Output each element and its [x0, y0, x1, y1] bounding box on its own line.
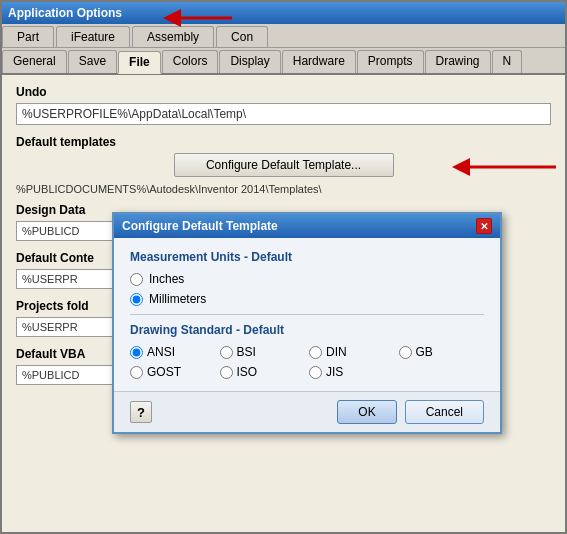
tab-n[interactable]: N [492, 50, 523, 73]
ansi-radio[interactable] [130, 346, 143, 359]
inches-label[interactable]: Inches [149, 272, 184, 286]
standards-grid: ANSI BSI DIN GB GOST [130, 345, 484, 379]
tab-ifeature[interactable]: iFeature [56, 26, 130, 47]
gb-cell: GB [399, 345, 485, 359]
tab-general[interactable]: General [2, 50, 67, 73]
iso-label[interactable]: ISO [237, 365, 258, 379]
tab-hardware[interactable]: Hardware [282, 50, 356, 73]
gost-label[interactable]: GOST [147, 365, 181, 379]
dialog-title: Configure Default Template [122, 219, 278, 233]
ok-button[interactable]: OK [337, 400, 396, 424]
millimeters-row: Millimeters [130, 292, 484, 306]
gb-label[interactable]: GB [416, 345, 433, 359]
tab-assembly[interactable]: Assembly [132, 26, 214, 47]
app-window: Application Options Part iFeature Assemb… [0, 0, 567, 534]
configure-dialog: Configure Default Template ✕ Measurement… [112, 212, 502, 434]
gost-radio[interactable] [130, 366, 143, 379]
gb-radio[interactable] [399, 346, 412, 359]
title-bar: Application Options [2, 2, 565, 24]
jis-label[interactable]: JIS [326, 365, 343, 379]
din-label[interactable]: DIN [326, 345, 347, 359]
drawing-section-title: Drawing Standard - Default [130, 323, 484, 337]
inches-radio[interactable] [130, 273, 143, 286]
measurement-section-title: Measurement Units - Default [130, 250, 484, 264]
ansi-cell: ANSI [130, 345, 216, 359]
ansi-label[interactable]: ANSI [147, 345, 175, 359]
top-tab-row: Part iFeature Assembly Con [2, 24, 565, 48]
bsi-cell: BSI [220, 345, 306, 359]
iso-radio[interactable] [220, 366, 233, 379]
dialog-title-bar: Configure Default Template ✕ [114, 214, 500, 238]
configure-default-template-button[interactable]: Configure Default Template... [174, 153, 394, 177]
tab-part[interactable]: Part [2, 26, 54, 47]
bottom-tab-row: General Save File Colors Display Hardwar… [2, 48, 565, 75]
tab-save[interactable]: Save [68, 50, 117, 73]
jis-radio[interactable] [309, 366, 322, 379]
cancel-button[interactable]: Cancel [405, 400, 484, 424]
tab-display[interactable]: Display [219, 50, 280, 73]
jis-cell: JIS [309, 365, 395, 379]
default-templates-label: Default templates [16, 135, 551, 149]
dialog-body: Measurement Units - Default Inches Milli… [114, 238, 500, 391]
dialog-close-button[interactable]: ✕ [476, 218, 492, 234]
din-radio[interactable] [309, 346, 322, 359]
dialog-footer: ? OK Cancel [114, 391, 500, 432]
iso-cell: ISO [220, 365, 306, 379]
bsi-label[interactable]: BSI [237, 345, 256, 359]
gost-cell: GOST [130, 365, 216, 379]
tab-prompts[interactable]: Prompts [357, 50, 424, 73]
tab-file[interactable]: File [118, 51, 161, 74]
bsi-radio[interactable] [220, 346, 233, 359]
millimeters-label[interactable]: Millimeters [149, 292, 206, 306]
inches-row: Inches [130, 272, 484, 286]
help-button[interactable]: ? [130, 401, 152, 423]
tab-drawing[interactable]: Drawing [425, 50, 491, 73]
millimeters-radio[interactable] [130, 293, 143, 306]
undo-field[interactable]: %USERPROFILE%\AppData\Local\Temp\ [16, 103, 551, 125]
tab-con[interactable]: Con [216, 26, 268, 47]
undo-label: Undo [16, 85, 551, 99]
din-cell: DIN [309, 345, 395, 359]
tab-colors[interactable]: Colors [162, 50, 219, 73]
dialog-divider [130, 314, 484, 315]
templates-path: %PUBLICDOCUMENTS%\Autodesk\Inventor 2014… [16, 183, 551, 195]
app-title: Application Options [8, 6, 122, 20]
